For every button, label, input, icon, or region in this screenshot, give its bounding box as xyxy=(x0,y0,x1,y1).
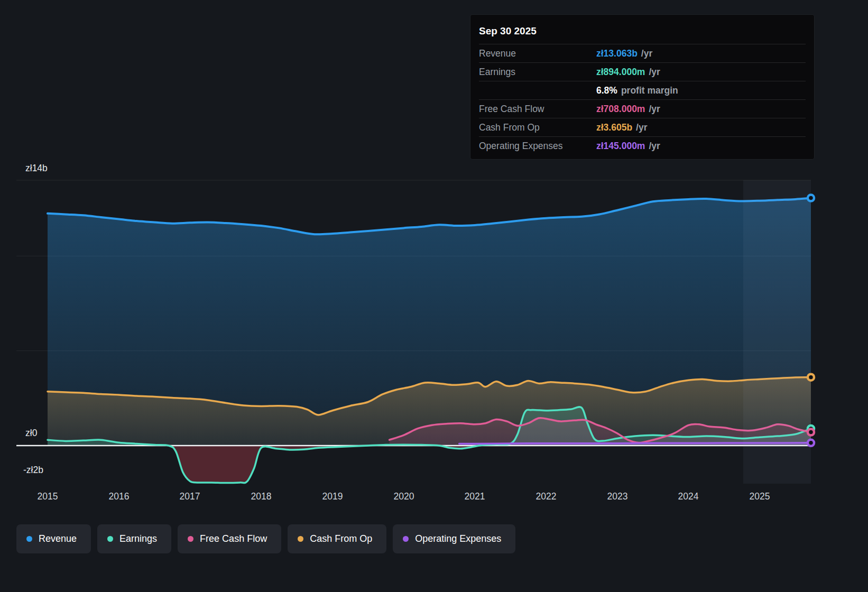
legend-item-cash-from-op[interactable]: Cash From Op xyxy=(288,524,386,553)
tooltip-value: 6.8% xyxy=(596,85,617,96)
legend-label: Free Cash Flow xyxy=(200,533,267,544)
tooltip-date: Sep 30 2025 xyxy=(479,21,806,44)
y-axis-label-zero: zł0 xyxy=(25,428,37,439)
tooltip-label: Cash From Op xyxy=(479,122,596,133)
chart-tooltip: Sep 30 2025 Revenuezł13.063b/yrEarningsz… xyxy=(470,15,814,159)
tooltip-row-operating-expenses: Operating Expenseszł145.000m/yr xyxy=(479,136,806,155)
tooltip-suffix: profit margin xyxy=(621,85,678,96)
legend-label: Earnings xyxy=(119,533,157,544)
tooltip-row-cash-from-op: Cash From Opzł3.605b/yr xyxy=(479,118,806,136)
tooltip-row-profit-margin: 6.8%profit margin xyxy=(479,81,806,99)
highlight-band xyxy=(743,180,811,484)
x-axis-label-2025: 2025 xyxy=(750,491,770,502)
tooltip-suffix: /yr xyxy=(636,122,647,133)
tooltip-value: zł3.605b xyxy=(596,122,632,133)
x-axis: 2015201620172018201920202021202220232024… xyxy=(0,491,868,504)
tooltip-value: zł145.000m xyxy=(596,141,645,151)
tooltip-label: Operating Expenses xyxy=(479,141,596,151)
page: { "tooltip": { "date": "Sep 30 2025", "r… xyxy=(0,0,868,592)
tooltip-value: zł894.000m xyxy=(596,67,645,77)
x-axis-label-2018: 2018 xyxy=(251,491,272,502)
x-axis-label-2024: 2024 xyxy=(678,491,699,502)
revenue-dot-icon xyxy=(26,536,32,542)
x-axis-label-2016: 2016 xyxy=(109,491,130,502)
tooltip-suffix: /yr xyxy=(649,141,660,151)
x-axis-label-2015: 2015 xyxy=(38,491,58,502)
cash-from-op-dot-icon xyxy=(298,536,303,542)
tooltip-label: Earnings xyxy=(479,67,596,77)
tooltip-rows: Revenuezł13.063b/yrEarningszł894.000m/yr… xyxy=(479,44,806,155)
x-axis-label-2022: 2022 xyxy=(536,491,557,502)
operating-expenses-end-marker xyxy=(808,440,814,446)
tooltip-row-revenue: Revenuezł13.063b/yr xyxy=(479,44,806,62)
legend-label: Operating Expenses xyxy=(415,533,501,544)
legend-item-revenue[interactable]: Revenue xyxy=(16,524,91,553)
x-axis-label-2023: 2023 xyxy=(607,491,628,502)
free-cash-flow-end-marker xyxy=(808,429,814,436)
legend-label: Revenue xyxy=(39,533,77,544)
tooltip-suffix: /yr xyxy=(641,48,652,59)
tooltip-row-free-cash-flow: Free Cash Flowzł708.000m/yr xyxy=(479,99,806,118)
x-axis-label-2021: 2021 xyxy=(465,491,485,502)
legend-label: Cash From Op xyxy=(310,533,372,544)
tooltip-value: zł13.063b xyxy=(596,48,638,59)
tooltip-row-earnings: Earningszł894.000m/yr xyxy=(479,62,806,81)
cash-from-op-end-marker xyxy=(808,374,814,381)
legend-item-earnings[interactable]: Earnings xyxy=(97,524,171,553)
revenue-end-marker xyxy=(808,195,814,201)
tooltip-value: zł708.000m xyxy=(596,104,645,114)
chart-plot-area[interactable] xyxy=(16,180,811,484)
chart-legend: RevenueEarningsFree Cash FlowCash From O… xyxy=(16,524,515,553)
tooltip-suffix: /yr xyxy=(649,67,660,77)
x-axis-label-2017: 2017 xyxy=(180,491,200,502)
operating-expenses-dot-icon xyxy=(403,536,409,542)
earnings-dot-icon xyxy=(107,536,113,542)
y-axis-label-14b: zł14b xyxy=(25,163,48,174)
tooltip-label: Revenue xyxy=(479,48,596,59)
x-axis-label-2019: 2019 xyxy=(322,491,343,502)
x-axis-label-2020: 2020 xyxy=(394,491,414,502)
legend-item-operating-expenses[interactable]: Operating Expenses xyxy=(393,524,515,553)
free-cash-flow-dot-icon xyxy=(188,536,193,542)
tooltip-label: Free Cash Flow xyxy=(479,104,596,114)
legend-item-free-cash-flow[interactable]: Free Cash Flow xyxy=(178,524,281,553)
y-axis-label-neg2b: -zł2b xyxy=(23,465,43,476)
tooltip-suffix: /yr xyxy=(649,104,660,114)
